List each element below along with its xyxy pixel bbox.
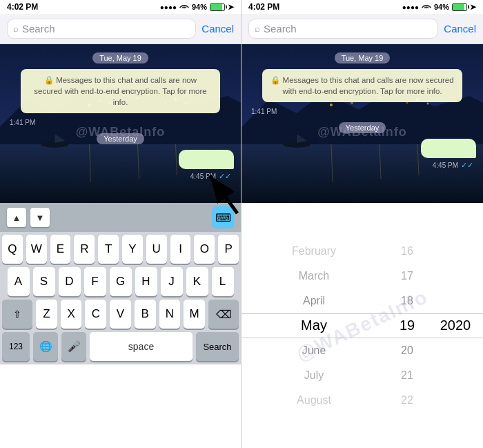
key-l[interactable]: L — [212, 267, 234, 296]
picker-day-17[interactable]: 17 — [386, 264, 428, 289]
chat-area-right: Tue, May 19 🔒 Messages to this chat and … — [241, 44, 483, 203]
kb-row-3: ⇧ Z X C V B N M ⌫ — [2, 300, 239, 329]
status-bar-left: 4:02 PM ●●●● 94% ➤ — [0, 0, 241, 14]
key-n[interactable]: N — [159, 300, 181, 329]
bubble-right — [421, 139, 476, 158]
kb-row-2: A S D F G H J K L — [2, 267, 239, 296]
key-s[interactable]: S — [33, 267, 55, 296]
kb-row-4: 123 🌐 🎤 space Search — [2, 332, 239, 361]
time-left: 4:02 PM — [7, 2, 38, 12]
picker-year-empty6 — [428, 388, 483, 413]
picker-day-16[interactable]: 16 — [386, 239, 428, 264]
date-label-left: Tue, May 19 — [7, 51, 234, 64]
search-input-left[interactable]: ⌕ Search — [7, 19, 196, 39]
right-phone: 4:02 PM ●●●● 94% ➤ ⌕ Search Cancel — [241, 0, 483, 448]
key-m[interactable]: M — [184, 300, 205, 329]
cancel-button-right[interactable]: Cancel — [444, 23, 476, 35]
battery-pct-left: 94% — [192, 3, 207, 11]
status-right-right: ●●●● 94% ➤ — [402, 3, 476, 12]
picker-month-february[interactable]: February — [241, 239, 386, 264]
key-f[interactable]: F — [84, 267, 106, 296]
search-bar-right[interactable]: ⌕ Search Cancel — [241, 14, 483, 44]
left-phone: 4:02 PM ●●●● 94% ➤ ⌕ Search Cancel — [0, 0, 241, 448]
key-g[interactable]: G — [110, 267, 132, 296]
key-backspace[interactable]: ⌫ — [208, 300, 239, 329]
wifi-icon-left — [179, 3, 189, 11]
picker-month-august[interactable]: August — [241, 388, 386, 413]
search-icon-right: ⌕ — [255, 23, 260, 34]
date-picker[interactable]: February March April May June July Augus… — [241, 203, 483, 448]
date-picker-area[interactable]: February March April May June July Augus… — [241, 203, 483, 448]
key-shift[interactable]: ⇧ — [2, 300, 32, 329]
yesterday-label-left: Yesterday — [7, 132, 234, 144]
key-j[interactable]: J — [161, 267, 183, 296]
picker-day-column[interactable]: 16 17 18 19 20 21 22 — [386, 239, 428, 413]
location-icon-right: ➤ — [470, 3, 476, 12]
keyboard-left[interactable]: Q W E R T Y U I O P A S D F G H J K L — [0, 232, 241, 364]
signal-icon-right: ●●●● — [402, 3, 419, 11]
time-right: 4:02 PM — [248, 2, 279, 12]
cancel-button-left[interactable]: Cancel — [201, 23, 234, 35]
phones-container: 4:02 PM ●●●● 94% ➤ ⌕ Search Cancel — [0, 0, 483, 448]
key-k[interactable]: K — [186, 267, 208, 296]
key-globe[interactable]: 🌐 — [33, 332, 58, 361]
picker-day-22[interactable]: 22 — [386, 388, 428, 413]
picker-year-empty4 — [428, 338, 483, 363]
search-placeholder-left: Search — [22, 23, 55, 35]
picker-year-2020[interactable]: 2020 — [428, 313, 483, 338]
picker-month-april[interactable]: April — [241, 289, 386, 313]
key-q[interactable]: Q — [2, 235, 23, 264]
yesterday-label-right: Yesterday — [248, 121, 476, 133]
picker-day-20[interactable]: 20 — [386, 338, 428, 363]
key-mic[interactable]: 🎤 — [61, 332, 86, 361]
key-r[interactable]: R — [74, 235, 95, 264]
timestamp1-left: 1:41 PM — [7, 119, 234, 126]
key-c[interactable]: C — [85, 300, 106, 329]
chat-messages-left: Tue, May 19 🔒 Messages to this chat and … — [0, 44, 241, 184]
key-v[interactable]: V — [110, 300, 131, 329]
key-z[interactable]: Z — [36, 300, 57, 329]
encryption-msg-left: 🔒 Messages to this chat and calls are no… — [21, 69, 220, 113]
search-placeholder-right: Search — [264, 23, 297, 35]
key-y[interactable]: Y — [122, 235, 143, 264]
picker-day-21[interactable]: 21 — [386, 363, 428, 388]
msg-bubble-right-right — [248, 139, 476, 158]
status-right-left: ●●●● 94% ➤ — [160, 3, 234, 12]
key-u[interactable]: U — [146, 235, 167, 264]
picker-month-july[interactable]: July — [241, 363, 386, 388]
timestamp1-right: 1:41 PM — [248, 108, 476, 115]
signal-icon-left: ●●●● — [160, 3, 177, 11]
key-e[interactable]: E — [50, 235, 71, 264]
msg-bubble-right-left — [7, 150, 234, 169]
battery-icon-right — [452, 3, 467, 11]
key-b[interactable]: B — [135, 300, 156, 329]
key-w[interactable]: W — [26, 235, 47, 264]
key-123[interactable]: 123 — [2, 332, 30, 361]
key-i[interactable]: I — [170, 235, 191, 264]
kb-row-1: Q W E R T Y U I O P — [2, 235, 239, 264]
search-input-right[interactable]: ⌕ Search — [248, 19, 438, 39]
wifi-icon-right — [422, 3, 431, 11]
bubble-left — [179, 150, 234, 169]
svg-line-18 — [210, 175, 237, 213]
keyboard-toolbar-left: ▲ ▼ ⌨ — [0, 203, 241, 232]
arrow-down-button[interactable]: ▼ — [30, 208, 50, 227]
toolbar-arrows-left[interactable]: ▲ ▼ — [7, 208, 50, 227]
key-h[interactable]: H — [135, 267, 157, 296]
picker-month-march[interactable]: March — [241, 264, 386, 289]
key-t[interactable]: T — [98, 235, 119, 264]
arrow-up-button[interactable]: ▲ — [7, 208, 26, 227]
key-d[interactable]: D — [59, 267, 81, 296]
search-bar-left[interactable]: ⌕ Search Cancel — [0, 14, 241, 44]
picker-year-column[interactable]: 2020 — [428, 239, 483, 413]
key-o[interactable]: O — [194, 235, 215, 264]
key-x[interactable]: X — [61, 300, 82, 329]
timestamp2-right: 4:45 PM — [433, 162, 458, 169]
date-label-right: Tue, May 19 — [248, 51, 476, 64]
key-space[interactable]: space — [90, 332, 193, 361]
msg-meta-right: 4:45 PM ✓✓ — [248, 161, 476, 170]
key-a[interactable]: A — [8, 267, 30, 296]
key-search[interactable]: Search — [196, 332, 239, 361]
picker-year-empty2 — [428, 264, 483, 289]
key-p[interactable]: P — [218, 235, 239, 264]
